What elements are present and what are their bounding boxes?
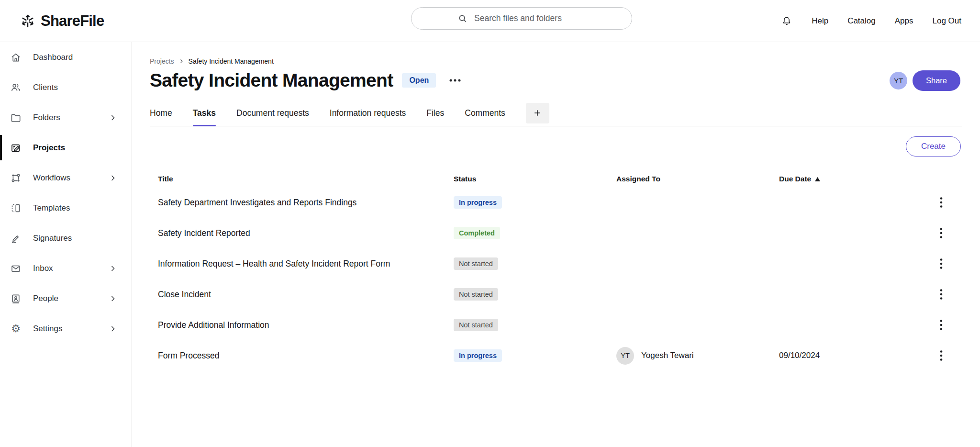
plus-icon bbox=[533, 108, 542, 118]
project-header: Safety Incident Management Open YT Share bbox=[150, 70, 980, 91]
search-input[interactable] bbox=[473, 13, 586, 24]
sharefile-logo[interactable]: ShareFile bbox=[19, 12, 104, 30]
kebab-menu-icon bbox=[940, 258, 943, 269]
table-row[interactable]: Provide Additional Information Not start… bbox=[150, 310, 980, 340]
status-badge: Not started bbox=[454, 288, 498, 301]
table-row[interactable]: Form Processed In progress YT Yogesh Tew… bbox=[150, 340, 980, 371]
clients-icon bbox=[10, 82, 22, 93]
tab-home[interactable]: Home bbox=[150, 102, 172, 126]
table-row[interactable]: Safety Department Investigates and Repor… bbox=[150, 187, 980, 218]
row-menu-button[interactable] bbox=[940, 319, 943, 331]
sharefile-logo-icon bbox=[19, 12, 36, 30]
task-title: Provide Additional Information bbox=[158, 320, 454, 330]
tab-document-requests[interactable]: Document requests bbox=[236, 102, 309, 126]
task-title: Form Processed bbox=[158, 351, 454, 361]
projects-icon bbox=[10, 142, 22, 154]
sort-ascending-icon bbox=[815, 177, 820, 181]
sidebar-item-templates[interactable]: Templates bbox=[0, 193, 132, 223]
workflows-icon bbox=[10, 172, 22, 184]
row-menu-button[interactable] bbox=[940, 227, 943, 239]
row-menu-button[interactable] bbox=[940, 258, 943, 269]
nav-logout[interactable]: Log Out bbox=[933, 16, 962, 26]
row-menu-button[interactable] bbox=[940, 197, 943, 208]
sidebar-item-label: Dashboard bbox=[33, 53, 73, 62]
search-icon bbox=[457, 13, 468, 24]
signature-icon bbox=[10, 233, 22, 244]
kebab-menu-icon bbox=[940, 289, 943, 300]
main-content: Projects Safety Incident Management Safe… bbox=[132, 42, 980, 447]
tab-comments[interactable]: Comments bbox=[465, 102, 505, 126]
nav-apps[interactable]: Apps bbox=[895, 16, 913, 26]
sidebar-item-label: Templates bbox=[33, 203, 70, 213]
kebab-menu-icon bbox=[940, 319, 943, 331]
status-badge: In progress bbox=[454, 196, 502, 209]
breadcrumb: Projects Safety Incident Management bbox=[150, 57, 980, 65]
task-title: Safety Incident Reported bbox=[158, 228, 454, 238]
chevron-right-icon bbox=[108, 264, 118, 273]
chevron-right-icon bbox=[108, 294, 118, 303]
project-status-badge: Open bbox=[402, 73, 436, 88]
sidebar-item-clients[interactable]: Clients bbox=[0, 72, 132, 102]
column-header-assigned-to[interactable]: Assigned To bbox=[616, 175, 779, 183]
user-avatar[interactable]: YT bbox=[890, 72, 907, 89]
status-badge: In progress bbox=[454, 349, 502, 362]
ellipsis-horizontal-icon bbox=[449, 78, 461, 82]
sidebar-item-label: Settings bbox=[33, 324, 62, 334]
status-badge: Completed bbox=[454, 227, 500, 239]
table-row[interactable]: Safety Incident Reported Completed bbox=[150, 218, 980, 248]
sidebar-item-inbox[interactable]: Inbox bbox=[0, 253, 132, 283]
sidebar-item-label: Folders bbox=[33, 113, 60, 123]
nav-catalog[interactable]: Catalog bbox=[847, 16, 876, 26]
sidebar-item-workflows[interactable]: Workflows bbox=[0, 163, 132, 193]
create-button[interactable]: Create bbox=[906, 136, 961, 156]
kebab-menu-icon bbox=[940, 350, 943, 361]
sidebar-item-dashboard[interactable]: Dashboard bbox=[0, 42, 132, 72]
share-button[interactable]: Share bbox=[913, 70, 960, 91]
sidebar-item-label: Signatures bbox=[33, 234, 72, 243]
home-icon bbox=[10, 52, 22, 63]
bell-icon bbox=[781, 15, 792, 27]
task-table: Title Status Assigned To Due Date Safety… bbox=[150, 171, 980, 371]
breadcrumb-current: Safety Incident Management bbox=[189, 57, 274, 65]
tab-files[interactable]: Files bbox=[426, 102, 444, 126]
kebab-menu-icon bbox=[940, 227, 943, 239]
sidebar: Dashboard Clients Folders bbox=[0, 42, 132, 447]
table-header-row: Title Status Assigned To Due Date bbox=[150, 171, 980, 187]
due-date: 09/10/2024 bbox=[779, 351, 940, 360]
project-more-button[interactable] bbox=[449, 78, 461, 82]
sidebar-item-label: People bbox=[33, 294, 58, 303]
column-header-title[interactable]: Title bbox=[158, 175, 454, 183]
row-menu-button[interactable] bbox=[940, 350, 943, 361]
tab-information-requests[interactable]: Information requests bbox=[330, 102, 406, 126]
sidebar-item-projects[interactable]: Projects bbox=[0, 133, 132, 163]
templates-icon bbox=[10, 202, 22, 214]
notifications-button[interactable] bbox=[781, 15, 792, 27]
row-menu-button[interactable] bbox=[940, 289, 943, 300]
assignee-name: Yogesh Tewari bbox=[641, 351, 694, 360]
sidebar-item-settings[interactable]: ⚙ Settings bbox=[0, 313, 132, 344]
kebab-menu-icon bbox=[940, 197, 943, 208]
task-title: Safety Department Investigates and Repor… bbox=[158, 198, 454, 208]
task-toolbar: Create bbox=[150, 136, 961, 156]
sidebar-item-label: Workflows bbox=[33, 173, 70, 183]
sidebar-item-folders[interactable]: Folders bbox=[0, 102, 132, 133]
sidebar-item-people[interactable]: People bbox=[0, 283, 132, 313]
column-header-status[interactable]: Status bbox=[454, 175, 616, 183]
table-row[interactable]: Close Incident Not started bbox=[150, 279, 980, 310]
breadcrumb-projects[interactable]: Projects bbox=[150, 57, 174, 65]
tab-tasks[interactable]: Tasks bbox=[193, 102, 216, 126]
table-row[interactable]: Information Request – Health and Safety … bbox=[150, 248, 980, 279]
task-title: Information Request – Health and Safety … bbox=[158, 259, 454, 269]
chevron-right-icon bbox=[108, 324, 118, 334]
sidebar-item-label: Inbox bbox=[33, 264, 53, 273]
sharefile-logo-text: ShareFile bbox=[41, 12, 104, 30]
people-icon bbox=[10, 293, 22, 304]
chevron-right-icon bbox=[108, 113, 118, 123]
search-bar[interactable] bbox=[411, 7, 632, 30]
folder-icon bbox=[10, 112, 22, 123]
add-tab-button[interactable] bbox=[526, 103, 549, 123]
gear-icon: ⚙ bbox=[10, 323, 22, 335]
sidebar-item-signatures[interactable]: Signatures bbox=[0, 223, 132, 253]
nav-help[interactable]: Help bbox=[812, 16, 828, 26]
column-header-due-date[interactable]: Due Date bbox=[779, 175, 940, 183]
